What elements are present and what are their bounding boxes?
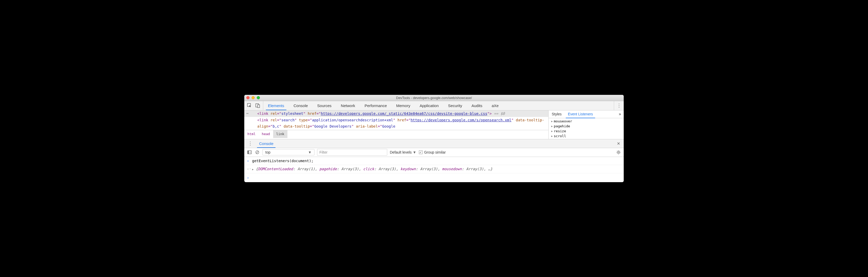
group-similar-label: Group similar — [424, 150, 446, 154]
console-settings-icon[interactable] — [616, 150, 621, 155]
dom-node[interactable]: <link rel="search" type="application/ope… — [244, 117, 548, 130]
tab-performance[interactable]: Performance — [360, 101, 392, 110]
drawer-header: ⋮ Console × — [244, 139, 624, 148]
devtools-window: DevTools - developers.google.com/web/sho… — [244, 95, 624, 182]
tab-elements[interactable]: Elements — [263, 101, 289, 110]
context-value: top — [265, 150, 270, 154]
listener-mouseover[interactable]: ▶mouseover — [549, 119, 624, 124]
drawer-tab-console[interactable]: Console — [256, 139, 277, 148]
clear-console-icon[interactable] — [255, 150, 260, 155]
output-chevron-icon: ‹· — [247, 165, 252, 173]
console-output[interactable]: › getEventListeners(document); ‹· ▶ {DOM… — [244, 157, 624, 182]
listener-scroll[interactable]: ▶scroll — [549, 133, 624, 138]
side-tab-styles[interactable]: Styles — [549, 111, 565, 118]
console-output-line: ‹· ▶ {DOMContentLoaded: Array(1), pagehi… — [244, 165, 624, 173]
chevron-down-icon: ▼ — [308, 150, 312, 154]
console-toolbar: top ▼ Filter Default levels ▼ ✓ Group si… — [244, 148, 624, 157]
window-title: DevTools - developers.google.com/web/sho… — [244, 96, 624, 100]
group-similar-checkbox[interactable]: ✓ Group similar — [419, 150, 446, 154]
input-chevron-icon: › — [247, 157, 252, 164]
listener-resize[interactable]: ▶resize — [549, 129, 624, 133]
console-sidebar-toggle-icon[interactable] — [247, 150, 252, 155]
styles-pane: StylesEvent Listeners» ▶mouseover▶pagehi… — [548, 111, 624, 139]
toolbar-icons-left — [244, 101, 263, 110]
chevron-down-icon: ▼ — [413, 150, 416, 154]
tab-axe[interactable]: aXe — [487, 101, 503, 110]
svg-line-12 — [617, 151, 618, 152]
tab-application[interactable]: Application — [415, 101, 443, 110]
breadcrumb-link[interactable]: link — [273, 130, 287, 138]
tab-memory[interactable]: Memory — [392, 101, 415, 110]
svg-rect-2 — [257, 105, 259, 107]
drawer-close-icon[interactable]: × — [613, 141, 624, 147]
console-output-object[interactable]: ▶ {DOMContentLoaded: Array(1), pagehide:… — [252, 165, 621, 173]
elements-panel: ⋯ <link rel="stylesheet" href="https://d… — [244, 111, 548, 139]
svg-line-14 — [617, 153, 618, 154]
svg-line-13 — [620, 153, 620, 154]
svg-line-15 — [620, 151, 620, 152]
tab-security[interactable]: Security — [443, 101, 467, 110]
expand-triangle-icon: ▶ — [551, 125, 553, 128]
elements-split: ⋯ <link rel="stylesheet" href="https://d… — [244, 111, 624, 139]
device-toggle-icon[interactable] — [255, 103, 260, 108]
inspect-element-icon[interactable] — [247, 103, 252, 108]
tab-audits[interactable]: Audits — [467, 101, 487, 110]
breadcrumb-html[interactable]: html — [244, 130, 258, 138]
expand-triangle-icon[interactable]: ▶ — [252, 168, 254, 171]
console-input-text: getEventListeners(document); — [252, 157, 621, 164]
console-filter-input[interactable]: Filter — [317, 149, 387, 156]
svg-point-7 — [618, 152, 619, 153]
breadcrumb: htmlheadlink — [244, 130, 548, 138]
titlebar: DevTools - developers.google.com/web/sho… — [244, 95, 624, 101]
console-prompt[interactable]: › — [244, 173, 624, 182]
listener-pagehide[interactable]: ▶pagehide — [549, 124, 624, 129]
tab-network[interactable]: Network — [336, 101, 360, 110]
expand-triangle-icon: ▶ — [551, 130, 553, 132]
context-selector[interactable]: top ▼ — [262, 149, 314, 155]
toolbar-right: ⋮ — [614, 101, 624, 110]
tab-sources[interactable]: Sources — [313, 101, 336, 110]
breadcrumb-head[interactable]: head — [258, 130, 273, 138]
console-input-line: › getEventListeners(document); — [244, 157, 624, 165]
drawer-menu-icon[interactable]: ⋮ — [244, 141, 256, 146]
levels-label: Default levels — [390, 150, 412, 154]
dom-node-selected[interactable]: <link rel="stylesheet" href="https://dev… — [244, 111, 548, 117]
log-levels-selector[interactable]: Default levels ▼ — [390, 150, 416, 154]
svg-line-6 — [256, 151, 258, 153]
main-toolbar: ElementsConsoleSourcesNetworkPerformance… — [244, 101, 624, 111]
more-options-icon[interactable]: ⋮ — [617, 103, 621, 109]
console-drawer: ⋮ Console × top ▼ Filter Default levels … — [244, 139, 624, 182]
panel-tabs: ElementsConsoleSourcesNetworkPerformance… — [263, 101, 503, 110]
event-listener-list: ▶mouseover▶pagehide▶resize▶scroll — [549, 118, 624, 139]
tab-console[interactable]: Console — [289, 101, 313, 110]
dom-tree[interactable]: ⋯ <link rel="stylesheet" href="https://d… — [244, 111, 548, 130]
expand-triangle-icon: ▶ — [551, 134, 553, 137]
checkbox-icon: ✓ — [419, 150, 423, 154]
expand-triangle-icon: ▶ — [551, 120, 553, 123]
side-more-icon[interactable]: » — [616, 112, 624, 116]
svg-rect-4 — [248, 151, 249, 154]
side-tab-event-listeners[interactable]: Event Listeners — [565, 111, 596, 118]
expand-dots-icon[interactable]: ⋯ — [246, 111, 248, 117]
side-tabs: StylesEvent Listeners» — [549, 111, 624, 118]
